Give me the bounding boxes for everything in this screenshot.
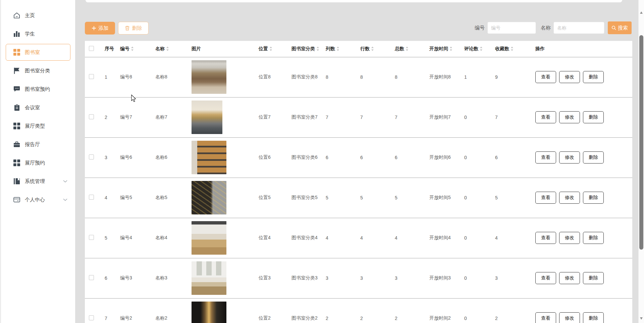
cell-loc: 位置8	[254, 57, 287, 97]
scrollbar-up-arrow[interactable]	[640, 11, 643, 14]
sort-icon[interactable]	[131, 46, 134, 51]
add-button[interactable]: 添加	[85, 22, 115, 35]
cell-rows: 2	[356, 298, 390, 323]
cell-rows: 8	[356, 57, 390, 97]
delete-row-button[interactable]: 删除	[583, 71, 604, 83]
sort-icon[interactable]	[371, 46, 374, 51]
cell-favs: 9	[491, 57, 531, 97]
sidebar-item-label: 图书室	[25, 49, 40, 56]
edit-button[interactable]: 修改	[559, 71, 580, 83]
sidebar-item-library-room-category[interactable]: 图书室分类	[6, 62, 70, 79]
delete-row-button[interactable]: 删除	[583, 232, 604, 244]
table-card: 序号编号名称图片位置图书室分类列数行数总数开放时间评论数收藏数操作 1编号8名称…	[85, 41, 632, 323]
delete-row-button[interactable]: 删除	[583, 312, 604, 323]
cell-name: 名称5	[151, 178, 187, 218]
cell-code: 编号7	[116, 97, 151, 137]
sidebar-item-library-room-reservation[interactable]: 图书室预约	[6, 81, 70, 98]
sidebar-item-label: 展厅预约	[25, 160, 45, 166]
scrollbar-thumb[interactable]	[639, 35, 643, 250]
view-button[interactable]: 查看	[535, 272, 556, 284]
sidebar-item-hall-reservation[interactable]: 展厅预约	[6, 154, 70, 171]
row-checkbox[interactable]	[89, 195, 94, 200]
sidebar-item-students[interactable]: 学生	[6, 25, 70, 42]
room-photo	[192, 60, 226, 94]
vertical-scrollbar[interactable]	[638, 0, 644, 323]
delete-row-button[interactable]: 删除	[583, 111, 604, 123]
comment-icon	[13, 86, 20, 92]
name-search-input[interactable]	[553, 22, 604, 34]
row-checkbox[interactable]	[89, 74, 94, 79]
view-button[interactable]: 查看	[535, 71, 556, 83]
table-row: 6编号3名称3位置3图书室分类3333开放时间303查看修改删除	[85, 258, 632, 298]
sort-icon[interactable]	[269, 46, 272, 51]
edit-button[interactable]: 修改	[559, 232, 580, 244]
sort-icon[interactable]	[336, 46, 339, 51]
cell-open: 开放时间8	[425, 57, 460, 97]
row-checkbox[interactable]	[89, 275, 94, 280]
cell-cols: 3	[321, 258, 356, 298]
cell-cols: 2	[321, 298, 356, 323]
cell-favs: 5	[491, 178, 531, 218]
view-button[interactable]: 查看	[535, 111, 556, 123]
edit-button[interactable]: 修改	[559, 151, 580, 164]
library-room-table: 序号编号名称图片位置图书室分类列数行数总数开放时间评论数收藏数操作 1编号8名称…	[85, 41, 632, 323]
cell-open: 开放时间4	[425, 218, 460, 258]
view-button[interactable]: 查看	[535, 232, 556, 244]
cell-name: 名称3	[151, 258, 187, 298]
id-search-input[interactable]	[487, 22, 536, 34]
cell-cols: 7	[321, 97, 356, 137]
edit-button[interactable]: 修改	[559, 192, 580, 204]
row-checkbox[interactable]	[89, 235, 94, 240]
sort-icon[interactable]	[166, 46, 169, 51]
cell-idx: 4	[100, 178, 116, 218]
cell-rows: 4	[356, 218, 390, 258]
cell-comments: 0	[460, 178, 491, 218]
view-button[interactable]: 查看	[535, 312, 556, 323]
view-button[interactable]: 查看	[535, 151, 556, 164]
delete-button[interactable]: 删除	[118, 22, 149, 35]
sidebar-item-meeting-room[interactable]: 会议室	[6, 99, 70, 116]
sidebar-nav: 主页学生图书室图书室分类图书室预约会议室展厅类型报告厅展厅预约系统管理个人中心	[1, 7, 75, 208]
cell-name: 名称2	[151, 298, 187, 323]
delete-row-button[interactable]: 删除	[583, 272, 604, 284]
cell-cat: 图书室分类7	[287, 97, 321, 137]
delete-row-button[interactable]: 删除	[583, 151, 604, 164]
sidebar-item-home[interactable]: 主页	[6, 7, 70, 24]
chevron-down-icon[interactable]	[63, 198, 67, 201]
edit-button[interactable]: 修改	[559, 272, 580, 284]
chevron-down-icon[interactable]	[63, 180, 67, 183]
row-checkbox[interactable]	[89, 114, 94, 119]
cell-total: 6	[390, 137, 425, 178]
cell-idx: 2	[100, 97, 116, 137]
scrollbar-down-arrow[interactable]	[640, 317, 643, 320]
sidebar: 主页学生图书室图书室分类图书室预约会议室展厅类型报告厅展厅预约系统管理个人中心	[0, 0, 75, 323]
sidebar-item-personal-center[interactable]: 个人中心	[6, 191, 70, 208]
cell-open: 开放时间3	[425, 258, 460, 298]
sort-icon[interactable]	[406, 46, 409, 51]
sort-icon[interactable]	[449, 46, 452, 51]
cell-idx: 5	[100, 218, 116, 258]
edit-button[interactable]: 修改	[559, 111, 580, 123]
sidebar-item-lecture-hall[interactable]: 报告厅	[6, 136, 70, 153]
select-all-checkbox[interactable]	[89, 46, 94, 51]
delete-row-button[interactable]: 删除	[583, 192, 604, 204]
table-row: 7编号2名称2位置2图书室分类2222开放时间202查看修改删除	[85, 298, 632, 323]
search-button[interactable]: 搜索	[608, 21, 632, 34]
edit-button[interactable]: 修改	[559, 312, 580, 323]
view-button[interactable]: 查看	[535, 192, 556, 204]
sidebar-item-label: 主页	[25, 12, 35, 19]
sidebar-item-label: 图书室预约	[25, 86, 50, 92]
top-card-edge	[86, 0, 622, 2]
row-checkbox[interactable]	[89, 154, 94, 159]
column-header-6: 列数	[321, 41, 356, 57]
home-icon	[13, 12, 20, 19]
sort-icon[interactable]	[511, 46, 514, 51]
column-header-8: 总数	[390, 41, 425, 57]
sidebar-item-hall-type[interactable]: 展厅类型	[6, 118, 70, 134]
row-checkbox[interactable]	[89, 315, 94, 320]
cell-comments: 0	[460, 218, 491, 258]
sidebar-item-library-room[interactable]: 图书室	[6, 44, 70, 61]
sort-icon[interactable]	[480, 46, 483, 51]
sort-icon[interactable]	[316, 46, 319, 51]
sidebar-item-system-management[interactable]: 系统管理	[6, 173, 70, 190]
